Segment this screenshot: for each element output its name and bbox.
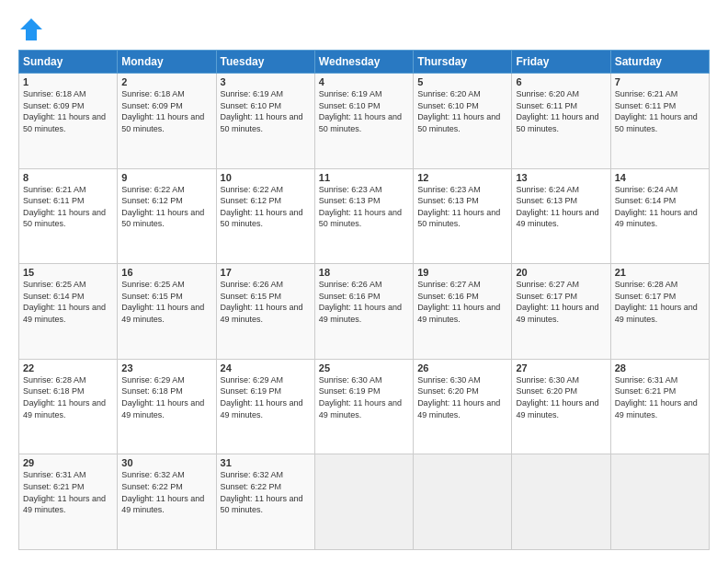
calendar-cell: 20Sunrise: 6:27 AMSunset: 6:17 PMDayligh… — [512, 264, 610, 360]
calendar-cell: 12Sunrise: 6:23 AMSunset: 6:13 PMDayligh… — [414, 168, 512, 264]
weekday-header-saturday: Saturday — [610, 51, 709, 74]
calendar-cell: 5Sunrise: 6:20 AMSunset: 6:10 PMDaylight… — [414, 74, 512, 169]
day-info: Sunrise: 6:27 AMSunset: 6:16 PMDaylight:… — [417, 280, 500, 324]
calendar-cell: 27Sunrise: 6:30 AMSunset: 6:20 PMDayligh… — [512, 359, 610, 454]
day-info: Sunrise: 6:31 AMSunset: 6:21 PMDaylight:… — [615, 375, 698, 419]
calendar-cell: 28Sunrise: 6:31 AMSunset: 6:21 PMDayligh… — [610, 359, 709, 454]
day-info: Sunrise: 6:30 AMSunset: 6:19 PMDaylight:… — [319, 375, 402, 419]
day-number: 19 — [417, 267, 507, 278]
day-info: Sunrise: 6:20 AMSunset: 6:11 PMDaylight:… — [516, 89, 598, 133]
day-number: 27 — [516, 362, 606, 373]
calendar-cell: 10Sunrise: 6:22 AMSunset: 6:12 PMDayligh… — [216, 168, 314, 264]
calendar-cell: 7Sunrise: 6:21 AMSunset: 6:11 PMDaylight… — [610, 74, 709, 169]
day-number: 30 — [121, 457, 211, 468]
calendar-cell — [414, 454, 512, 550]
day-info: Sunrise: 6:30 AMSunset: 6:20 PMDaylight:… — [516, 375, 598, 419]
day-info: Sunrise: 6:28 AMSunset: 6:17 PMDaylight:… — [615, 280, 698, 324]
day-number: 2 — [121, 76, 211, 87]
day-info: Sunrise: 6:24 AMSunset: 6:13 PMDaylight:… — [516, 185, 598, 229]
day-info: Sunrise: 6:29 AMSunset: 6:18 PMDaylight:… — [121, 375, 204, 419]
calendar-cell: 22Sunrise: 6:28 AMSunset: 6:18 PMDayligh… — [19, 359, 118, 454]
week-row-3: 15Sunrise: 6:25 AMSunset: 6:14 PMDayligh… — [19, 264, 710, 360]
weekday-header-tuesday: Tuesday — [216, 51, 314, 74]
day-number: 26 — [417, 362, 507, 373]
day-info: Sunrise: 6:25 AMSunset: 6:15 PMDaylight:… — [121, 280, 204, 324]
calendar-cell — [314, 454, 413, 550]
weekday-header-wednesday: Wednesday — [314, 51, 413, 74]
day-info: Sunrise: 6:31 AMSunset: 6:21 PMDaylight:… — [23, 470, 106, 514]
calendar-cell: 31Sunrise: 6:32 AMSunset: 6:22 PMDayligh… — [216, 454, 314, 550]
page: SundayMondayTuesdayWednesdayThursdayFrid… — [0, 0, 728, 563]
week-row-4: 22Sunrise: 6:28 AMSunset: 6:18 PMDayligh… — [19, 359, 710, 454]
day-number: 8 — [23, 172, 113, 183]
day-number: 21 — [615, 267, 705, 278]
day-info: Sunrise: 6:20 AMSunset: 6:10 PMDaylight:… — [417, 89, 500, 133]
calendar-cell: 24Sunrise: 6:29 AMSunset: 6:19 PMDayligh… — [216, 359, 314, 454]
day-number: 4 — [319, 76, 409, 87]
calendar-cell: 23Sunrise: 6:29 AMSunset: 6:18 PMDayligh… — [118, 359, 216, 454]
day-info: Sunrise: 6:29 AMSunset: 6:19 PMDaylight:… — [221, 375, 303, 419]
calendar-cell: 9Sunrise: 6:22 AMSunset: 6:12 PMDaylight… — [118, 168, 216, 264]
calendar-cell: 2Sunrise: 6:18 AMSunset: 6:09 PMDaylight… — [118, 74, 216, 169]
calendar-cell: 19Sunrise: 6:27 AMSunset: 6:16 PMDayligh… — [414, 264, 512, 360]
day-info: Sunrise: 6:26 AMSunset: 6:16 PMDaylight:… — [319, 280, 402, 324]
calendar-cell: 18Sunrise: 6:26 AMSunset: 6:16 PMDayligh… — [314, 264, 413, 360]
calendar-cell: 30Sunrise: 6:32 AMSunset: 6:22 PMDayligh… — [118, 454, 216, 550]
calendar-cell: 26Sunrise: 6:30 AMSunset: 6:20 PMDayligh… — [414, 359, 512, 454]
day-number: 24 — [221, 362, 311, 373]
calendar-cell: 21Sunrise: 6:28 AMSunset: 6:17 PMDayligh… — [610, 264, 709, 360]
calendar-cell: 4Sunrise: 6:19 AMSunset: 6:10 PMDaylight… — [314, 74, 413, 169]
week-row-1: 1Sunrise: 6:18 AMSunset: 6:09 PMDaylight… — [19, 74, 710, 169]
day-info: Sunrise: 6:30 AMSunset: 6:20 PMDaylight:… — [417, 375, 500, 419]
calendar-body: 1Sunrise: 6:18 AMSunset: 6:09 PMDaylight… — [19, 74, 710, 550]
week-row-5: 29Sunrise: 6:31 AMSunset: 6:21 PMDayligh… — [19, 454, 710, 550]
day-number: 16 — [121, 267, 211, 278]
day-info: Sunrise: 6:27 AMSunset: 6:17 PMDaylight:… — [516, 280, 598, 324]
day-number: 12 — [417, 172, 507, 183]
weekday-header-sunday: Sunday — [19, 51, 118, 74]
week-row-2: 8Sunrise: 6:21 AMSunset: 6:11 PMDaylight… — [19, 168, 710, 264]
calendar-cell: 29Sunrise: 6:31 AMSunset: 6:21 PMDayligh… — [19, 454, 118, 550]
logo — [18, 17, 48, 42]
day-number: 11 — [319, 172, 409, 183]
day-info: Sunrise: 6:32 AMSunset: 6:22 PMDaylight:… — [121, 470, 204, 514]
calendar-cell: 1Sunrise: 6:18 AMSunset: 6:09 PMDaylight… — [19, 74, 118, 169]
day-number: 17 — [221, 267, 311, 278]
calendar-header: SundayMondayTuesdayWednesdayThursdayFrid… — [19, 51, 710, 74]
day-number: 15 — [23, 267, 113, 278]
calendar-cell — [610, 454, 709, 550]
day-number: 3 — [221, 76, 311, 87]
svg-marker-0 — [20, 18, 42, 40]
calendar-cell: 3Sunrise: 6:19 AMSunset: 6:10 PMDaylight… — [216, 74, 314, 169]
day-info: Sunrise: 6:19 AMSunset: 6:10 PMDaylight:… — [221, 89, 303, 133]
weekday-header-thursday: Thursday — [414, 51, 512, 74]
calendar-cell: 16Sunrise: 6:25 AMSunset: 6:15 PMDayligh… — [118, 264, 216, 360]
calendar-table: SundayMondayTuesdayWednesdayThursdayFrid… — [18, 50, 710, 550]
calendar-cell — [512, 454, 610, 550]
calendar-cell: 11Sunrise: 6:23 AMSunset: 6:13 PMDayligh… — [314, 168, 413, 264]
logo-icon — [18, 17, 44, 42]
day-number: 6 — [516, 76, 606, 87]
day-info: Sunrise: 6:19 AMSunset: 6:10 PMDaylight:… — [319, 89, 402, 133]
day-info: Sunrise: 6:26 AMSunset: 6:15 PMDaylight:… — [221, 280, 303, 324]
day-number: 5 — [417, 76, 507, 87]
day-number: 7 — [615, 76, 705, 87]
calendar-cell: 13Sunrise: 6:24 AMSunset: 6:13 PMDayligh… — [512, 168, 610, 264]
calendar-cell: 17Sunrise: 6:26 AMSunset: 6:15 PMDayligh… — [216, 264, 314, 360]
weekday-header-monday: Monday — [118, 51, 216, 74]
calendar-cell: 15Sunrise: 6:25 AMSunset: 6:14 PMDayligh… — [19, 264, 118, 360]
weekday-header-friday: Friday — [512, 51, 610, 74]
day-info: Sunrise: 6:24 AMSunset: 6:14 PMDaylight:… — [615, 185, 698, 229]
day-number: 18 — [319, 267, 409, 278]
day-number: 1 — [23, 76, 113, 87]
day-number: 29 — [23, 457, 113, 468]
day-info: Sunrise: 6:18 AMSunset: 6:09 PMDaylight:… — [121, 89, 204, 133]
day-info: Sunrise: 6:32 AMSunset: 6:22 PMDaylight:… — [221, 470, 303, 514]
weekday-header-row: SundayMondayTuesdayWednesdayThursdayFrid… — [19, 51, 710, 74]
day-info: Sunrise: 6:28 AMSunset: 6:18 PMDaylight:… — [23, 375, 106, 419]
day-info: Sunrise: 6:21 AMSunset: 6:11 PMDaylight:… — [615, 89, 698, 133]
day-info: Sunrise: 6:18 AMSunset: 6:09 PMDaylight:… — [23, 89, 106, 133]
day-number: 14 — [615, 172, 705, 183]
header — [18, 17, 710, 42]
calendar-cell: 8Sunrise: 6:21 AMSunset: 6:11 PMDaylight… — [19, 168, 118, 264]
